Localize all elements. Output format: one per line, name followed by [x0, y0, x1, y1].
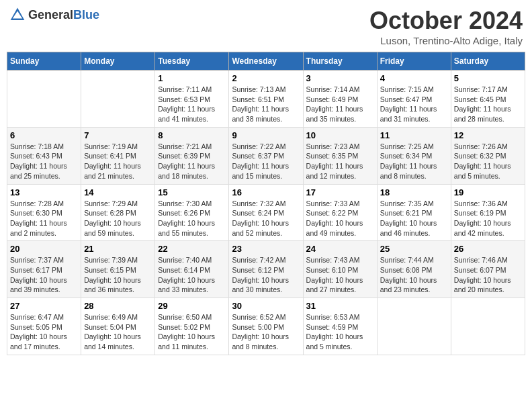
location-title: Luson, Trentino-Alto Adige, Italy — [369, 35, 523, 46]
day-number: 29 — [158, 301, 226, 311]
day-info: Sunrise: 7:39 AM Sunset: 6:15 PM Dayligh… — [84, 255, 152, 295]
calendar-cell: 28Sunrise: 6:49 AM Sunset: 5:04 PM Dayli… — [81, 298, 155, 355]
logo: GeneralBlue — [9, 7, 99, 23]
day-info: Sunrise: 7:40 AM Sunset: 6:14 PM Dayligh… — [158, 255, 226, 295]
day-number: 13 — [10, 187, 78, 197]
day-info: Sunrise: 7:21 AM Sunset: 6:39 PM Dayligh… — [158, 142, 226, 181]
weekday-header: Thursday — [303, 52, 377, 71]
day-number: 19 — [454, 187, 522, 197]
day-number: 31 — [306, 301, 374, 311]
calendar-cell: 16Sunrise: 7:32 AM Sunset: 6:24 PM Dayli… — [229, 184, 303, 241]
day-number: 26 — [454, 244, 522, 254]
day-number: 15 — [158, 187, 226, 197]
page-header: GeneralBlue October 2024 Luson, Trentino… — [7, 7, 525, 46]
weekday-header: Tuesday — [155, 52, 229, 71]
day-info: Sunrise: 7:43 AM Sunset: 6:10 PM Dayligh… — [306, 255, 374, 295]
day-number: 18 — [380, 187, 448, 197]
weekday-header: Friday — [377, 52, 451, 71]
day-number: 8 — [158, 130, 226, 140]
day-number: 1 — [158, 73, 226, 83]
day-number: 20 — [10, 244, 78, 254]
day-info: Sunrise: 7:23 AM Sunset: 6:35 PM Dayligh… — [306, 142, 374, 181]
calendar-cell: 17Sunrise: 7:33 AM Sunset: 6:22 PM Dayli… — [303, 184, 377, 241]
day-info: Sunrise: 7:15 AM Sunset: 6:47 PM Dayligh… — [380, 85, 448, 124]
day-info: Sunrise: 7:37 AM Sunset: 6:17 PM Dayligh… — [10, 255, 78, 295]
day-info: Sunrise: 7:17 AM Sunset: 6:45 PM Dayligh… — [454, 85, 522, 124]
day-info: Sunrise: 7:29 AM Sunset: 6:28 PM Dayligh… — [84, 199, 152, 238]
calendar-week-row: 20Sunrise: 7:37 AM Sunset: 6:17 PM Dayli… — [7, 241, 525, 298]
calendar-cell: 20Sunrise: 7:37 AM Sunset: 6:17 PM Dayli… — [7, 241, 81, 298]
day-number: 28 — [84, 301, 152, 311]
day-info: Sunrise: 7:14 AM Sunset: 6:49 PM Dayligh… — [306, 85, 374, 124]
weekday-row: SundayMondayTuesdayWednesdayThursdayFrid… — [7, 52, 525, 71]
title-block: October 2024 Luson, Trentino-Alto Adige,… — [369, 7, 523, 46]
day-number: 3 — [306, 73, 374, 83]
logo-blue-text: Blue — [73, 8, 99, 21]
day-number: 12 — [454, 130, 522, 140]
calendar-cell: 23Sunrise: 7:42 AM Sunset: 6:12 PM Dayli… — [229, 241, 303, 298]
calendar-cell: 11Sunrise: 7:25 AM Sunset: 6:34 PM Dayli… — [377, 127, 451, 184]
calendar-cell — [451, 298, 525, 355]
day-info: Sunrise: 7:19 AM Sunset: 6:41 PM Dayligh… — [84, 142, 152, 181]
day-number: 23 — [232, 244, 300, 254]
calendar-cell: 15Sunrise: 7:30 AM Sunset: 6:26 PM Dayli… — [155, 184, 229, 241]
day-info: Sunrise: 7:13 AM Sunset: 6:51 PM Dayligh… — [232, 85, 300, 124]
logo-icon — [9, 7, 26, 23]
day-info: Sunrise: 7:30 AM Sunset: 6:26 PM Dayligh… — [158, 199, 226, 238]
calendar-cell: 13Sunrise: 7:28 AM Sunset: 6:30 PM Dayli… — [7, 184, 81, 241]
calendar-cell — [81, 71, 155, 128]
calendar-cell: 22Sunrise: 7:40 AM Sunset: 6:14 PM Dayli… — [155, 241, 229, 298]
day-number: 25 — [380, 244, 448, 254]
calendar-cell: 10Sunrise: 7:23 AM Sunset: 6:35 PM Dayli… — [303, 127, 377, 184]
day-info: Sunrise: 7:35 AM Sunset: 6:21 PM Dayligh… — [380, 199, 448, 238]
calendar-header: SundayMondayTuesdayWednesdayThursdayFrid… — [7, 52, 525, 71]
calendar-cell: 31Sunrise: 6:53 AM Sunset: 4:59 PM Dayli… — [303, 298, 377, 355]
day-number: 27 — [10, 301, 78, 311]
weekday-header: Sunday — [7, 52, 81, 71]
day-info: Sunrise: 7:26 AM Sunset: 6:32 PM Dayligh… — [454, 142, 522, 181]
day-number: 14 — [84, 187, 152, 197]
day-info: Sunrise: 6:50 AM Sunset: 5:02 PM Dayligh… — [158, 312, 226, 352]
day-number: 30 — [232, 301, 300, 311]
calendar-cell: 14Sunrise: 7:29 AM Sunset: 6:28 PM Dayli… — [81, 184, 155, 241]
day-info: Sunrise: 7:25 AM Sunset: 6:34 PM Dayligh… — [380, 142, 448, 181]
calendar-cell: 19Sunrise: 7:36 AM Sunset: 6:19 PM Dayli… — [451, 184, 525, 241]
calendar-week-row: 13Sunrise: 7:28 AM Sunset: 6:30 PM Dayli… — [7, 184, 525, 241]
logo-general-text: General — [28, 8, 73, 21]
day-info: Sunrise: 6:53 AM Sunset: 4:59 PM Dayligh… — [306, 312, 374, 352]
day-info: Sunrise: 6:52 AM Sunset: 5:00 PM Dayligh… — [232, 312, 300, 352]
day-number: 11 — [380, 130, 448, 140]
day-info: Sunrise: 7:46 AM Sunset: 6:07 PM Dayligh… — [454, 255, 522, 295]
calendar-table: SundayMondayTuesdayWednesdayThursdayFrid… — [7, 52, 525, 355]
day-info: Sunrise: 7:22 AM Sunset: 6:37 PM Dayligh… — [232, 142, 300, 181]
day-info: Sunrise: 7:42 AM Sunset: 6:12 PM Dayligh… — [232, 255, 300, 295]
day-number: 6 — [10, 130, 78, 140]
day-info: Sunrise: 6:49 AM Sunset: 5:04 PM Dayligh… — [84, 312, 152, 352]
day-number: 17 — [306, 187, 374, 197]
calendar-cell: 30Sunrise: 6:52 AM Sunset: 5:00 PM Dayli… — [229, 298, 303, 355]
calendar-cell: 2Sunrise: 7:13 AM Sunset: 6:51 PM Daylig… — [229, 71, 303, 128]
calendar-cell: 6Sunrise: 7:18 AM Sunset: 6:43 PM Daylig… — [7, 127, 81, 184]
calendar-week-row: 6Sunrise: 7:18 AM Sunset: 6:43 PM Daylig… — [7, 127, 525, 184]
calendar-week-row: 1Sunrise: 7:11 AM Sunset: 6:53 PM Daylig… — [7, 71, 525, 128]
day-info: Sunrise: 7:36 AM Sunset: 6:19 PM Dayligh… — [454, 199, 522, 238]
day-number: 22 — [158, 244, 226, 254]
calendar-cell: 7Sunrise: 7:19 AM Sunset: 6:41 PM Daylig… — [81, 127, 155, 184]
calendar-cell — [377, 298, 451, 355]
day-number: 4 — [380, 73, 448, 83]
calendar-cell: 21Sunrise: 7:39 AM Sunset: 6:15 PM Dayli… — [81, 241, 155, 298]
weekday-header: Wednesday — [229, 52, 303, 71]
calendar-cell: 25Sunrise: 7:44 AM Sunset: 6:08 PM Dayli… — [377, 241, 451, 298]
day-number: 7 — [84, 130, 152, 140]
calendar-cell: 24Sunrise: 7:43 AM Sunset: 6:10 PM Dayli… — [303, 241, 377, 298]
day-info: Sunrise: 7:28 AM Sunset: 6:30 PM Dayligh… — [10, 199, 78, 238]
calendar-week-row: 27Sunrise: 6:47 AM Sunset: 5:05 PM Dayli… — [7, 298, 525, 355]
weekday-header: Monday — [81, 52, 155, 71]
calendar-cell: 9Sunrise: 7:22 AM Sunset: 6:37 PM Daylig… — [229, 127, 303, 184]
calendar-body: 1Sunrise: 7:11 AM Sunset: 6:53 PM Daylig… — [7, 71, 525, 355]
day-info: Sunrise: 6:47 AM Sunset: 5:05 PM Dayligh… — [10, 312, 78, 352]
day-number: 10 — [306, 130, 374, 140]
day-info: Sunrise: 7:18 AM Sunset: 6:43 PM Dayligh… — [10, 142, 78, 181]
day-info: Sunrise: 7:44 AM Sunset: 6:08 PM Dayligh… — [380, 255, 448, 295]
calendar-cell: 4Sunrise: 7:15 AM Sunset: 6:47 PM Daylig… — [377, 71, 451, 128]
